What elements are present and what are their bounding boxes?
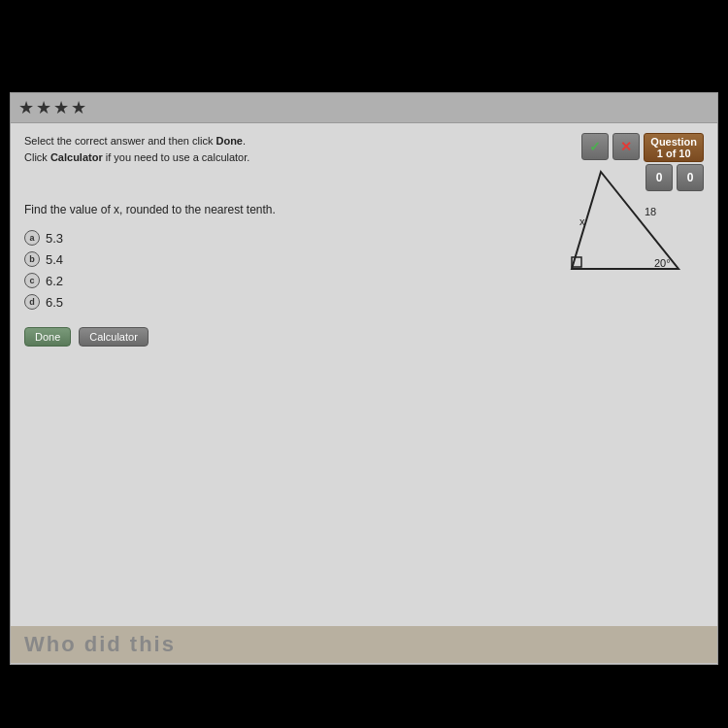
svg-text:18: 18 xyxy=(645,206,656,217)
choice-d-circle: d xyxy=(24,294,40,310)
svg-text:x: x xyxy=(579,215,585,227)
triangle-diagram: x 18 20° xyxy=(475,162,688,308)
bottom-bar: Who did this xyxy=(11,626,717,663)
choice-a-value: 5.3 xyxy=(46,231,63,246)
choice-d-value: 6.5 xyxy=(46,295,63,310)
question-label: Question 1 of 10 xyxy=(644,133,704,162)
bottom-text: Who did this xyxy=(24,632,176,657)
instructions-text: Select the correct answer and then click… xyxy=(24,133,249,165)
choice-b-circle: b xyxy=(24,251,40,267)
choice-c-value: 6.2 xyxy=(46,274,63,288)
stars-rating: ★★★★ xyxy=(18,97,88,118)
check-button[interactable]: ✓ xyxy=(581,133,609,160)
done-button[interactable]: Done xyxy=(24,327,71,347)
calculator-button[interactable]: Calculator xyxy=(79,327,149,347)
svg-text:20°: 20° xyxy=(654,257,671,269)
choice-b-value: 5.4 xyxy=(46,252,63,267)
x-button[interactable]: ✕ xyxy=(612,133,640,160)
choice-a-circle: a xyxy=(24,230,40,246)
action-buttons: Done Calculator xyxy=(24,327,704,347)
choice-c-circle: c xyxy=(24,273,40,288)
svg-marker-0 xyxy=(572,172,678,269)
